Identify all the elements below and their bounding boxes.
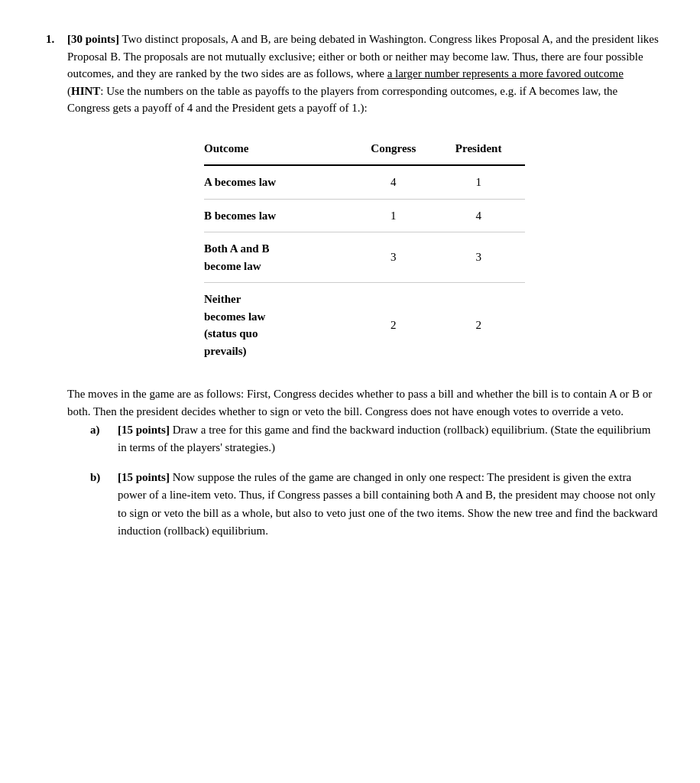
col-header-congress: Congress [355, 135, 439, 166]
congress-b: 1 [355, 199, 439, 232]
table-row: Both A and Bbecome law 3 3 [204, 232, 525, 283]
sub-label-a: a) [90, 421, 112, 457]
outcome-neither: Neitherbecomes law(status quoprevails) [204, 283, 355, 368]
table-header-row: Outcome Congress President [204, 135, 525, 166]
sub-questions-block: a) [15 points] Draw a tree for this game… [90, 421, 662, 541]
sub-text-a: [15 points] Draw a tree for this game an… [118, 421, 662, 457]
underline-phrase: a larger number represents a more favore… [387, 67, 624, 80]
sub-b-body: Now suppose the rules of the game are ch… [118, 471, 658, 537]
outcome-b: B becomes law [204, 199, 355, 232]
table-row: Neitherbecomes law(status quoprevails) 2… [204, 283, 525, 368]
president-a: 1 [439, 165, 525, 199]
col-header-outcome: Outcome [204, 135, 355, 166]
sub-text-b: [15 points] Now suppose the rules of the… [118, 469, 662, 540]
question-intro-paragraph: [30 points] Two distinct proposals, A an… [67, 31, 662, 117]
question-body: [30 points] Two distinct proposals, A an… [67, 31, 662, 552]
sub-question-a: a) [15 points] Draw a tree for this game… [90, 421, 662, 457]
president-ab: 3 [439, 232, 525, 283]
sub-a-points: [15 points] [118, 424, 170, 436]
question-number: 1. [46, 31, 67, 552]
congress-ab: 3 [355, 232, 439, 283]
sub-b-points: [15 points] [118, 471, 170, 483]
payoff-table: Outcome Congress President A becomes law… [204, 135, 525, 368]
outcome-ab: Both A and Bbecome law [204, 232, 355, 283]
president-b: 4 [439, 199, 525, 232]
table-body: A becomes law 4 1 B becomes law 1 4 Both… [204, 165, 525, 367]
hint-text: : Use the numbers on the table as payoff… [67, 85, 617, 115]
payoff-table-wrapper: Outcome Congress President A becomes law… [67, 135, 662, 368]
points-label: [30 points] [67, 33, 119, 45]
sub-question-b: b) [15 points] Now suppose the rules of … [90, 469, 662, 540]
table-row: A becomes law 4 1 [204, 165, 525, 199]
table-row: B becomes law 1 4 [204, 199, 525, 232]
col-header-president: President [439, 135, 525, 166]
congress-neither: 2 [355, 283, 439, 368]
sub-label-b: b) [90, 469, 112, 540]
outcome-a: A becomes law [204, 165, 355, 199]
hint-label: HINT [71, 85, 100, 97]
moves-paragraph: The moves in the game are as follows: Fi… [67, 385, 662, 421]
congress-a: 4 [355, 165, 439, 199]
question-1-block: 1. [30 points] Two distinct proposals, A… [46, 31, 662, 552]
president-neither: 2 [439, 283, 525, 368]
sub-a-body: Draw a tree for this game and find the b… [118, 424, 650, 453]
